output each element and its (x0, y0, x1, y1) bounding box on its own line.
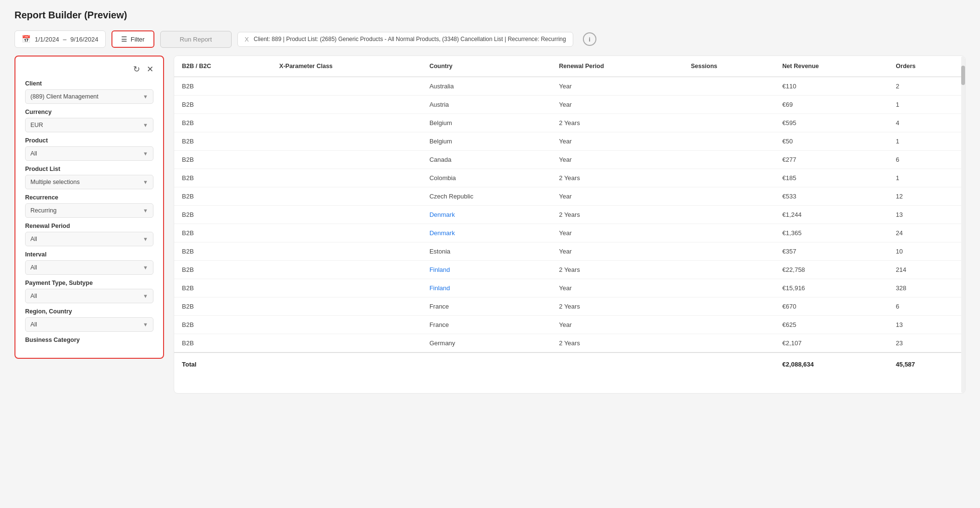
col-header-orders: Orders (888, 56, 965, 77)
cell-country[interactable]: Denmark (422, 224, 552, 242)
cell-x-param (272, 261, 422, 279)
total-empty-4 (683, 353, 775, 376)
date-separator: – (63, 36, 67, 43)
chevron-down-icon: ▼ (143, 94, 148, 99)
table-row: B2B Australia Year €110 2 (174, 77, 965, 96)
date-end: 9/16/2024 (70, 36, 98, 43)
cell-b2b-b2c: B2B (174, 261, 272, 279)
filter-section-payment-type: Payment Type, Subtype All ▼ (25, 280, 153, 303)
cell-net-revenue: €15,916 (774, 279, 888, 297)
filter-select-client[interactable]: (889) Client Management ▼ (25, 89, 153, 104)
filter-section-product: Product All ▼ (25, 137, 153, 161)
cell-b2b-b2c: B2B (174, 132, 272, 151)
table-row: B2B Denmark Year €1,365 24 (174, 224, 965, 242)
scrollbar-thumb[interactable] (961, 66, 965, 85)
table-total-row: Total €2,088,634 45,587 (174, 353, 965, 376)
total-empty-3 (552, 353, 683, 376)
cell-orders: 1 (888, 96, 965, 114)
scrollbar-track[interactable] (961, 56, 965, 393)
info-button[interactable]: i (583, 32, 596, 46)
cell-renewal-period: 2 Years (552, 334, 683, 353)
chevron-down-icon: ▼ (143, 179, 148, 185)
cell-sessions (683, 77, 775, 96)
cell-country: Czech Republic (422, 187, 552, 206)
cell-renewal-period: 2 Years (552, 169, 683, 187)
table-row: B2B Estonia Year €357 10 (174, 242, 965, 261)
cell-orders: 2 (888, 77, 965, 96)
cell-orders: 12 (888, 187, 965, 206)
table-row: B2B Belgium Year €50 1 (174, 132, 965, 151)
filter-label-product-list: Product List (25, 166, 153, 172)
filter-select-region-country[interactable]: All ▼ (25, 317, 153, 332)
cell-renewal-period: Year (552, 187, 683, 206)
table-row: B2B Germany 2 Years €2,107 23 (174, 334, 965, 353)
filter-value-client: (889) Client Management (30, 93, 98, 100)
filter-label-client: Client (25, 80, 153, 87)
cell-orders: 24 (888, 224, 965, 242)
total-net-revenue: €2,088,634 (774, 353, 888, 376)
cell-renewal-period: Year (552, 132, 683, 151)
cell-net-revenue: €625 (774, 316, 888, 334)
table-header-row: B2B / B2C X-Parameter Class Country Rene… (174, 56, 965, 77)
cell-b2b-b2c: B2B (174, 169, 272, 187)
cell-renewal-period: 2 Years (552, 206, 683, 224)
main-content: ↻ ✕ Client (889) Client Management ▼ Cur… (14, 56, 966, 394)
filter-label-region-country: Region, Country (25, 308, 153, 315)
cell-b2b-b2c: B2B (174, 224, 272, 242)
filter-value-product: All (30, 150, 37, 157)
cell-country[interactable]: Finland (422, 279, 552, 297)
filter-button[interactable]: ☰ Filter (111, 30, 154, 48)
cell-renewal-period: 2 Years (552, 261, 683, 279)
cell-country: France (422, 316, 552, 334)
chevron-down-icon: ▼ (143, 236, 148, 242)
filter-section-renewal-period: Renewal Period All ▼ (25, 223, 153, 246)
cell-sessions (683, 169, 775, 187)
cell-country: Germany (422, 334, 552, 353)
active-filter-text: Client: 889 | Product List: (2685) Gener… (254, 36, 566, 42)
cell-orders: 6 (888, 151, 965, 169)
filter-panel: ↻ ✕ Client (889) Client Management ▼ Cur… (14, 56, 164, 359)
filter-select-product-list[interactable]: Multiple selections ▼ (25, 175, 153, 189)
cell-country[interactable]: Denmark (422, 206, 552, 224)
cell-country: Belgium (422, 132, 552, 151)
cell-x-param (272, 316, 422, 334)
cell-country[interactable]: Finland (422, 261, 552, 279)
filter-select-payment-type[interactable]: All ▼ (25, 289, 153, 303)
cell-orders: 6 (888, 297, 965, 316)
calendar-icon: 📅 (22, 35, 31, 43)
reset-filter-button[interactable]: ↻ (133, 64, 140, 74)
filter-select-currency[interactable]: EUR ▼ (25, 118, 153, 132)
filter-value-interval: All (30, 264, 37, 271)
cell-orders: 4 (888, 114, 965, 132)
cell-sessions (683, 316, 775, 334)
cell-orders: 328 (888, 279, 965, 297)
cell-net-revenue: €69 (774, 96, 888, 114)
cell-orders: 13 (888, 206, 965, 224)
cell-renewal-period: Year (552, 151, 683, 169)
cell-net-revenue: €595 (774, 114, 888, 132)
chevron-down-icon: ▼ (143, 122, 148, 128)
filter-select-recurrence[interactable]: Recurring ▼ (25, 203, 153, 218)
filter-section-recurrence: Recurrence Recurring ▼ (25, 194, 153, 218)
filter-label-interval: Interval (25, 251, 153, 258)
filter-section-currency: Currency EUR ▼ (25, 109, 153, 132)
run-report-button[interactable]: Run Report (160, 31, 232, 48)
close-filter-icon[interactable]: X (245, 36, 249, 43)
cell-sessions (683, 261, 775, 279)
cell-net-revenue: €185 (774, 169, 888, 187)
col-header-b2b-b2c: B2B / B2C (174, 56, 272, 77)
cell-b2b-b2c: B2B (174, 151, 272, 169)
filter-select-interval[interactable]: All ▼ (25, 260, 153, 275)
cell-x-param (272, 114, 422, 132)
cell-sessions (683, 187, 775, 206)
table-row: B2B Czech Republic Year €533 12 (174, 187, 965, 206)
filter-select-renewal-period[interactable]: All ▼ (25, 232, 153, 246)
cell-orders: 1 (888, 169, 965, 187)
close-filter-panel-button[interactable]: ✕ (147, 64, 153, 74)
cell-b2b-b2c: B2B (174, 279, 272, 297)
date-range[interactable]: 📅 1/1/2024 – 9/16/2024 (14, 30, 106, 48)
filter-section-client: Client (889) Client Management ▼ (25, 80, 153, 104)
table-row: B2B Finland Year €15,916 328 (174, 279, 965, 297)
filter-select-product[interactable]: All ▼ (25, 146, 153, 161)
cell-renewal-period: 2 Years (552, 114, 683, 132)
